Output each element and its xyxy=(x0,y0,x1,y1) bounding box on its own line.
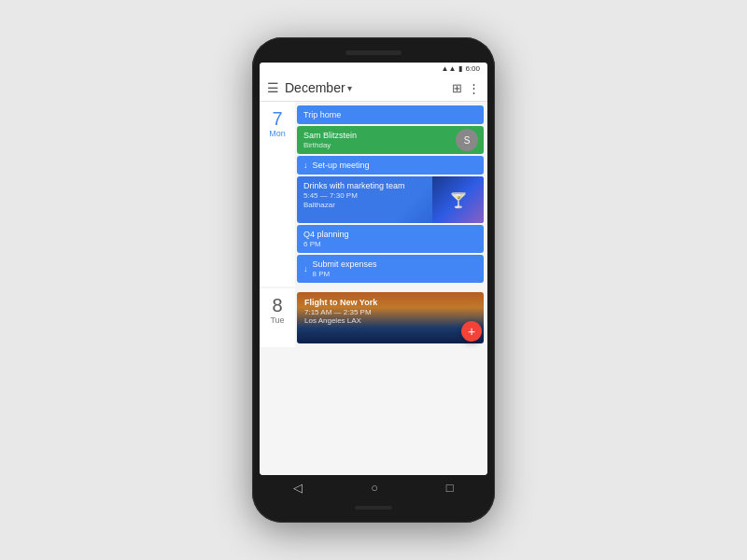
calendar-view-icon[interactable]: ⊞ xyxy=(452,81,462,95)
flight-title: Flight to New York xyxy=(304,298,476,307)
phone-frame: ▲▲ ▮ 6:00 ☰ December ▾ ⊞ ⋮ 7 Mon xyxy=(252,37,495,523)
dropdown-arrow-icon[interactable]: ▾ xyxy=(347,83,352,93)
phone-speaker xyxy=(345,50,402,55)
header-title: December ▾ xyxy=(285,80,446,95)
attachment-icon: ↓ xyxy=(303,161,308,170)
add-event-button[interactable]: + xyxy=(461,321,482,342)
phone-screen: ▲▲ ▮ 6:00 ☰ December ▾ ⊞ ⋮ 7 Mon xyxy=(260,63,487,475)
event-submit-expenses[interactable]: ↓ Submit expenses 8 PM xyxy=(297,255,484,283)
event-flight-ny[interactable]: Flight to New York 7:15 AM — 2:35 PM Los… xyxy=(297,292,484,343)
day-section-tue: 8 Tue Flight to New York 7:15 AM — 2:35 … xyxy=(260,288,487,347)
back-button[interactable]: ◁ xyxy=(293,481,303,495)
header-icons: ⊞ ⋮ xyxy=(452,81,480,95)
event-with-icon: ↓ Set-up meeting xyxy=(303,161,477,170)
flight-content: Flight to New York 7:15 AM — 2:35 PM Los… xyxy=(297,292,484,330)
flight-time: 7:15 AM — 2:35 PM xyxy=(304,308,476,316)
event-subtitle: Birthday xyxy=(303,141,452,149)
day-name-mon: Mon xyxy=(269,129,286,138)
event-time: 8 PM xyxy=(313,270,377,278)
event-title: Sam Blitzstein xyxy=(303,131,357,140)
flight-location: Los Angeles LAX xyxy=(304,316,476,325)
event-time: 6 PM xyxy=(303,240,477,248)
day-number-7: 7 xyxy=(272,109,282,128)
event-drinks[interactable]: 🍸 Drinks with marketing team 5:45 — 7:30… xyxy=(297,176,484,223)
day-label-7: 7 Mon xyxy=(260,102,295,287)
event-trip-home[interactable]: Trip home xyxy=(297,105,484,124)
event-time: 5:45 — 7:30 PM xyxy=(303,191,423,200)
phone-bottom-bar xyxy=(355,506,392,510)
app-header: ☰ December ▾ ⊞ ⋮ xyxy=(260,75,487,102)
day-events-tue: Flight to New York 7:15 AM — 2:35 PM Los… xyxy=(295,288,487,347)
event-title: Drinks with marketing team xyxy=(303,181,405,190)
event-title: Submit expenses xyxy=(313,259,377,269)
more-options-icon[interactable]: ⋮ xyxy=(468,81,480,95)
status-icons: ▲▲ ▮ 6:00 xyxy=(442,64,480,73)
day-events-mon: Trip home Sam Blitzstein Birthday S ↓ Se… xyxy=(295,102,487,287)
event-avatar: S xyxy=(456,129,478,151)
event-title: Trip home xyxy=(303,110,341,119)
event-title: Q4 planning xyxy=(303,230,349,239)
day-label-8: 8 Tue xyxy=(260,288,295,347)
status-bar: ▲▲ ▮ 6:00 xyxy=(260,63,487,75)
attachment-icon: ↓ xyxy=(303,264,308,273)
recents-button[interactable]: □ xyxy=(446,481,454,495)
android-nav-bar: ◁ ○ □ xyxy=(260,475,487,500)
day-number-8: 8 xyxy=(272,296,282,315)
calendar-content: 7 Mon Trip home Sam Blitzstein Birthday … xyxy=(260,102,487,475)
drinks-image: 🍸 xyxy=(432,176,484,223)
day-section-mon: 7 Mon Trip home Sam Blitzstein Birthday … xyxy=(260,102,487,287)
event-location: Balthazar xyxy=(303,201,423,209)
day-name-tue: Tue xyxy=(270,315,284,325)
event-q4-planning[interactable]: Q4 planning 6 PM xyxy=(297,225,484,253)
wifi-icon: ▲▲ xyxy=(442,64,457,73)
event-with-icon: ↓ Submit expenses 8 PM xyxy=(303,259,477,278)
event-title: Set-up meeting xyxy=(313,161,370,170)
time-display: 6:00 xyxy=(465,64,480,73)
hamburger-icon[interactable]: ☰ xyxy=(267,80,279,95)
event-setup-meeting[interactable]: ↓ Set-up meeting xyxy=(297,156,484,175)
battery-icon: ▮ xyxy=(458,64,462,73)
event-sam-birthday[interactable]: Sam Blitzstein Birthday S xyxy=(297,126,484,154)
home-button[interactable]: ○ xyxy=(371,481,378,495)
month-title: December xyxy=(285,80,345,95)
